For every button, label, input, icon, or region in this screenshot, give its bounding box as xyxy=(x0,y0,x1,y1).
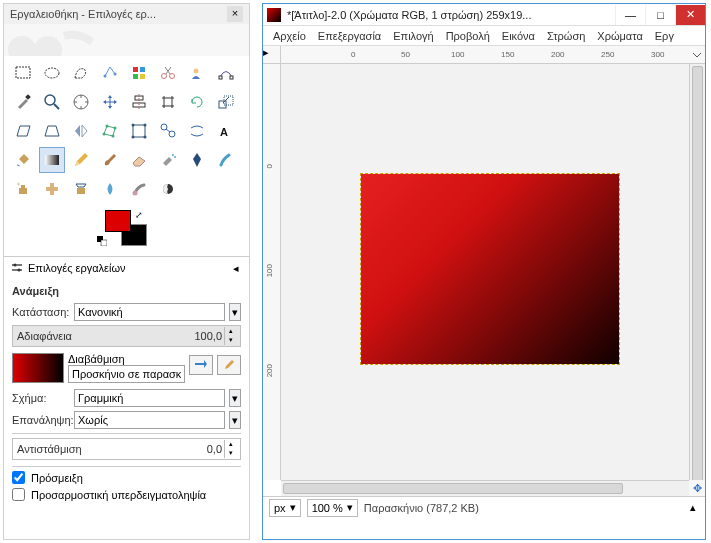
unit-selector[interactable]: px▾ xyxy=(269,499,301,517)
scrollbar-thumb[interactable] xyxy=(283,483,623,494)
horizontal-ruler[interactable]: 0 50 100 150 200 250 300 xyxy=(281,46,689,64)
flip-tool[interactable] xyxy=(68,118,94,144)
ruler-tick: 200 xyxy=(265,364,274,377)
spin-down-icon[interactable]: ▾ xyxy=(224,449,236,458)
scrollbar-thumb[interactable] xyxy=(692,66,703,482)
scissors-tool[interactable] xyxy=(155,60,181,86)
perspective-tool[interactable] xyxy=(39,118,65,144)
measure-tool[interactable] xyxy=(68,89,94,115)
svg-point-44 xyxy=(172,154,174,156)
svg-point-5 xyxy=(114,73,117,76)
horizontal-scrollbar[interactable] xyxy=(281,480,689,496)
menu-view[interactable]: Προβολή xyxy=(440,28,496,44)
handle-transform-tool[interactable] xyxy=(155,118,181,144)
menu-arrow-icon[interactable]: ◂ xyxy=(229,261,243,275)
shape-select[interactable] xyxy=(74,389,225,407)
edit-gradient-button[interactable] xyxy=(217,355,241,375)
mypaint-brush-tool[interactable] xyxy=(213,147,239,173)
free-select-tool[interactable] xyxy=(68,60,94,86)
navigation-icon[interactable]: ✥ xyxy=(689,480,705,496)
opacity-slider[interactable]: Αδιαφάνεια 100,0 ▴▾ xyxy=(12,325,241,347)
color-picker-tool[interactable] xyxy=(10,89,36,115)
paths-tool[interactable] xyxy=(213,60,239,86)
svg-rect-2 xyxy=(16,67,30,78)
warp-tool[interactable] xyxy=(184,118,210,144)
rotate-tool[interactable] xyxy=(184,89,210,115)
airbrush-tool[interactable] xyxy=(155,147,181,173)
configure-icon[interactable] xyxy=(10,261,24,275)
ellipse-select-tool[interactable] xyxy=(39,60,65,86)
minimize-button[interactable]: — xyxy=(615,5,645,25)
chevron-down-icon[interactable]: ▾ xyxy=(229,303,241,321)
perspective-clone-tool[interactable] xyxy=(68,176,94,202)
supersample-checkbox-row[interactable]: Προσαρμοστική υπερδειγματοληψία xyxy=(12,488,241,501)
svg-point-16 xyxy=(45,95,55,105)
repeat-select[interactable] xyxy=(74,411,225,429)
svg-rect-34 xyxy=(133,125,145,137)
chevron-down-icon[interactable]: ▾ xyxy=(229,389,241,407)
scale-tool[interactable] xyxy=(213,89,239,115)
foreground-select-tool[interactable] xyxy=(184,60,210,86)
align-tool[interactable] xyxy=(126,89,152,115)
menu-file[interactable]: Αρχείο xyxy=(267,28,312,44)
ruler-tick: 50 xyxy=(401,50,410,59)
offset-slider[interactable]: Αντιστάθμιση 0,0 ▴▾ xyxy=(12,438,241,460)
mode-select[interactable] xyxy=(74,303,225,321)
dither-checkbox[interactable] xyxy=(12,471,25,484)
spin-down-icon[interactable]: ▾ xyxy=(224,336,236,345)
bucket-fill-tool[interactable] xyxy=(10,147,36,173)
canvas-viewport[interactable] xyxy=(281,64,689,480)
maximize-button[interactable]: □ xyxy=(645,5,675,25)
gradient-source-field[interactable] xyxy=(68,365,185,383)
swap-colors-icon[interactable]: ⤢ xyxy=(135,210,143,220)
move-tool[interactable] xyxy=(97,89,123,115)
dither-checkbox-row[interactable]: Πρόσμειξη xyxy=(12,471,241,484)
spin-up-icon[interactable]: ▴ xyxy=(224,440,236,449)
close-icon[interactable]: × xyxy=(227,6,243,22)
color-select-tool[interactable] xyxy=(126,60,152,86)
heal-tool[interactable] xyxy=(39,176,65,202)
blend-tool[interactable] xyxy=(39,147,65,173)
close-button[interactable]: ✕ xyxy=(675,5,705,25)
blur-tool[interactable] xyxy=(97,176,123,202)
gradient-preview[interactable] xyxy=(12,353,64,383)
menu-colors[interactable]: Χρώματα xyxy=(591,28,648,44)
pencil-tool[interactable] xyxy=(68,147,94,173)
fuzzy-select-tool[interactable] xyxy=(97,60,123,86)
vertical-scrollbar[interactable] xyxy=(689,64,705,480)
foreground-color[interactable] xyxy=(105,210,131,232)
menu-image[interactable]: Εικόνα xyxy=(496,28,541,44)
menu-tools[interactable]: Εργ xyxy=(649,28,680,44)
rect-select-tool[interactable] xyxy=(10,60,36,86)
image-canvas[interactable] xyxy=(361,174,619,364)
ruler-corner[interactable]: ▸ xyxy=(263,46,281,64)
clone-tool[interactable] xyxy=(10,176,36,202)
cancel-icon[interactable]: ▴ xyxy=(687,499,699,517)
quickmask-toggle[interactable] xyxy=(689,46,705,64)
menu-edit[interactable]: Επεξεργασία xyxy=(312,28,387,44)
spin-up-icon[interactable]: ▴ xyxy=(224,327,236,336)
zoom-field[interactable]: 100 %▾ xyxy=(307,499,358,517)
paintbrush-tool[interactable] xyxy=(97,147,123,173)
svg-point-30 xyxy=(103,133,106,136)
crop-tool[interactable] xyxy=(155,89,181,115)
cage-tool[interactable] xyxy=(97,118,123,144)
dither-label: Πρόσμειξη xyxy=(31,472,83,484)
svg-point-58 xyxy=(18,269,21,272)
smudge-tool[interactable] xyxy=(126,176,152,202)
unified-transform-tool[interactable] xyxy=(126,118,152,144)
zoom-tool[interactable] xyxy=(39,89,65,115)
dodge-burn-tool[interactable] xyxy=(155,176,181,202)
menu-layer[interactable]: Στρώση xyxy=(541,28,591,44)
supersample-checkbox[interactable] xyxy=(12,488,25,501)
reverse-gradient-button[interactable] xyxy=(189,355,213,375)
shear-tool[interactable] xyxy=(10,118,36,144)
chevron-down-icon[interactable]: ▾ xyxy=(229,411,241,429)
text-tool[interactable]: A xyxy=(213,118,239,144)
svg-point-45 xyxy=(174,156,176,158)
menu-select[interactable]: Επιλογή xyxy=(387,28,439,44)
eraser-tool[interactable] xyxy=(126,147,152,173)
default-colors-icon[interactable] xyxy=(97,236,107,246)
ink-tool[interactable] xyxy=(184,147,210,173)
vertical-ruler[interactable]: 0 100 200 xyxy=(263,64,281,480)
